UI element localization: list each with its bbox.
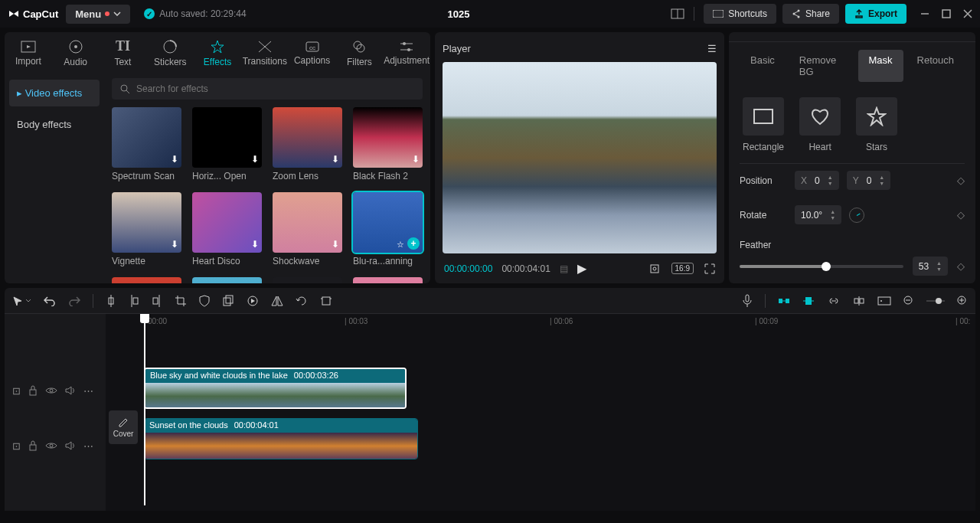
position-x-input[interactable]: X0▲▼ bbox=[795, 171, 839, 190]
frame-tool[interactable] bbox=[320, 295, 332, 307]
split-right-tool[interactable] bbox=[152, 295, 162, 307]
menu-button[interactable]: Menu bbox=[66, 5, 130, 24]
share-button[interactable]: Share bbox=[782, 4, 839, 24]
feather-slider[interactable] bbox=[740, 265, 903, 268]
effect-item[interactable]: ⬇Heart Disco bbox=[192, 192, 262, 266]
aspect-ratio[interactable]: 16:9 bbox=[671, 263, 694, 274]
timeline-clip[interactable]: Sunset on the clouds00:00:04:01 bbox=[144, 418, 418, 459]
rotate-input[interactable]: 10.0°▲▼ bbox=[795, 205, 841, 224]
keyframe-icon[interactable]: ◇ bbox=[957, 260, 965, 272]
rotate-tool[interactable] bbox=[296, 295, 308, 307]
subtab-removebg[interactable]: Remove BG bbox=[789, 50, 855, 82]
tracks-area[interactable]: 00:00 | 00:03 | 00:06 | 00:09 | 00: Cove… bbox=[106, 314, 975, 511]
search-input[interactable] bbox=[112, 78, 423, 100]
tab-captions[interactable]: ccCaptions bbox=[289, 32, 336, 74]
track-expand-icon[interactable]: ⊡ bbox=[12, 385, 21, 397]
track-visibility-icon[interactable] bbox=[45, 442, 57, 449]
prop-tab-video[interactable]: Video bbox=[729, 32, 777, 42]
link-icon[interactable] bbox=[827, 297, 841, 305]
sidebar-body-effects[interactable]: Body effects bbox=[9, 111, 100, 138]
project-title[interactable]: 1025 bbox=[254, 8, 664, 20]
effect-item[interactable]: ⬇Spectrum Scan bbox=[112, 107, 181, 181]
rotate-dial-icon[interactable] bbox=[849, 208, 864, 223]
tab-effects[interactable]: Effects bbox=[194, 32, 241, 74]
zoom-out-icon[interactable] bbox=[903, 296, 914, 306]
track-more-icon[interactable]: ⋯ bbox=[83, 440, 93, 452]
track-lock-icon[interactable] bbox=[28, 440, 38, 451]
mirror-tool[interactable] bbox=[271, 296, 283, 306]
fullscreen-icon[interactable] bbox=[704, 263, 715, 274]
player-viewport[interactable] bbox=[443, 62, 717, 253]
maximize-button[interactable] bbox=[942, 9, 951, 18]
tab-import[interactable]: Import bbox=[5, 32, 52, 74]
subtab-retouch[interactable]: Retouch bbox=[906, 50, 965, 82]
player-menu-icon[interactable]: ☰ bbox=[707, 43, 717, 54]
effect-item[interactable]: ⬇Vignette bbox=[112, 192, 181, 266]
zoom-in-icon[interactable] bbox=[957, 296, 968, 306]
crop-icon[interactable] bbox=[648, 263, 661, 275]
layout-icon[interactable] bbox=[671, 8, 684, 19]
effect-item[interactable]: ⬇Black Flash 2 bbox=[353, 107, 423, 181]
feather-input[interactable]: 53▲▼ bbox=[913, 257, 948, 276]
play-button[interactable]: ▶ bbox=[577, 261, 586, 276]
mask-rectangle[interactable]: Rectangle bbox=[743, 97, 784, 152]
effect-item[interactable]: ⬇Zoom Lens bbox=[273, 107, 342, 181]
speed-tool[interactable] bbox=[247, 295, 259, 307]
effect-item[interactable]: ⬇Horiz... Open bbox=[192, 107, 262, 181]
effect-item[interactable]: ☆+Blu-ra...anning bbox=[353, 192, 423, 266]
minimize-button[interactable] bbox=[920, 9, 929, 18]
export-button[interactable]: Export bbox=[845, 4, 906, 24]
shield-tool[interactable] bbox=[199, 295, 210, 307]
tab-text[interactable]: TIText bbox=[100, 32, 147, 74]
track-visibility-icon[interactable] bbox=[45, 387, 57, 394]
prop-tab-animation[interactable]: Animation bbox=[874, 32, 940, 42]
keyframe-icon[interactable]: ◇ bbox=[957, 209, 965, 221]
effect-item[interactable] bbox=[353, 277, 423, 283]
magnet-icon[interactable] bbox=[778, 296, 790, 306]
track-lock-icon[interactable] bbox=[28, 385, 38, 396]
tab-transitions[interactable]: Transitions bbox=[241, 32, 289, 74]
prop-tab-speed[interactable]: Speed bbox=[824, 32, 874, 42]
effect-item[interactable]: ⬇Shockwave bbox=[273, 192, 342, 266]
prop-tab-audio[interactable]: Audio bbox=[777, 32, 824, 42]
split-left-tool[interactable] bbox=[129, 295, 139, 307]
subtab-basic[interactable]: Basic bbox=[740, 50, 786, 82]
preview-icon[interactable] bbox=[877, 296, 891, 306]
add-icon[interactable]: + bbox=[407, 237, 420, 250]
mask-stars[interactable]: Stars bbox=[856, 97, 897, 152]
selection-tool[interactable] bbox=[12, 296, 31, 306]
keyframe-icon[interactable]: ◇ bbox=[957, 175, 965, 186]
sidebar-video-effects[interactable]: ▸ Video effects bbox=[9, 80, 100, 106]
zoom-slider[interactable] bbox=[926, 298, 945, 304]
align-icon[interactable] bbox=[853, 296, 865, 306]
list-icon[interactable]: ▤ bbox=[560, 263, 568, 274]
track-mute-icon[interactable] bbox=[65, 441, 76, 450]
shortcuts-button[interactable]: Shortcuts bbox=[704, 4, 776, 24]
prop-tab-tracking[interactable]: Tracking bbox=[940, 32, 975, 42]
tab-filters[interactable]: Filters bbox=[335, 32, 383, 74]
position-y-input[interactable]: Y0▲▼ bbox=[847, 171, 891, 190]
snap-icon[interactable] bbox=[802, 296, 815, 306]
cover-button[interactable]: Cover bbox=[109, 410, 138, 444]
playhead[interactable] bbox=[144, 314, 145, 505]
undo-button[interactable] bbox=[44, 296, 56, 306]
crop-tool[interactable] bbox=[175, 295, 187, 307]
track-expand-icon[interactable]: ⊡ bbox=[12, 440, 21, 452]
split-tool[interactable] bbox=[106, 295, 116, 307]
track-mute-icon[interactable] bbox=[65, 386, 76, 395]
mask-heart[interactable]: Heart bbox=[799, 97, 841, 152]
timeline-ruler[interactable]: 00:00 | 00:03 | 00:06 | 00:09 | 00: bbox=[106, 314, 975, 331]
duplicate-tool[interactable] bbox=[222, 295, 234, 307]
subtab-mask[interactable]: Mask bbox=[858, 50, 903, 82]
close-button[interactable] bbox=[963, 9, 972, 18]
tab-stickers[interactable]: Stickers bbox=[146, 32, 194, 74]
effect-item[interactable] bbox=[273, 277, 342, 283]
timeline-clip[interactable]: Blue sky and white clouds in the lake00:… bbox=[144, 368, 407, 409]
effect-item[interactable] bbox=[112, 277, 181, 283]
tab-adjustment[interactable]: Adjustment bbox=[383, 32, 430, 74]
redo-button[interactable] bbox=[68, 296, 80, 306]
mic-icon[interactable] bbox=[742, 294, 753, 308]
effect-item[interactable] bbox=[192, 277, 262, 283]
track-more-icon[interactable]: ⋯ bbox=[83, 385, 93, 397]
tab-audio[interactable]: Audio bbox=[52, 32, 100, 74]
